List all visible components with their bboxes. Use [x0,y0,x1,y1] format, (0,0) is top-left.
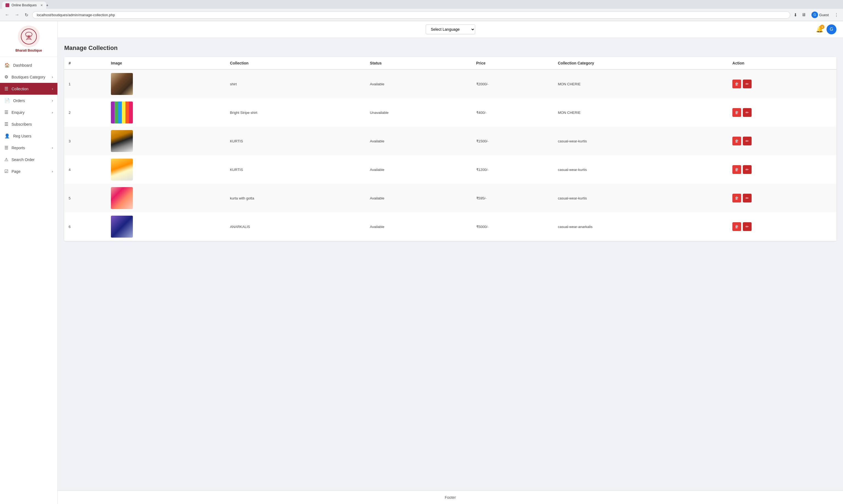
notification-badge: 0 [820,25,824,29]
user-avatar[interactable]: G [827,24,837,34]
delete-button[interactable]: 🗑 [732,222,741,231]
home-icon: 🏠 [4,62,10,68]
cell-price: ₹1200/- [472,155,554,184]
sidebar-item-label: Collection [12,87,28,91]
sidebar-item-reg-users[interactable]: 👤 Reg Users [0,130,57,142]
sidebar-item-label: Boutiques Category [12,75,45,79]
cast-icon[interactable]: 🖥 [801,11,807,18]
edit-button[interactable]: ✏ [743,194,752,202]
page-title: Manage Collection [64,44,837,52]
edit-button[interactable]: ✏ [743,108,752,117]
cell-collection: KURTIS [226,155,366,184]
product-image [111,130,133,152]
warning-icon: ⚠ [4,157,8,162]
cell-number: 6 [64,212,106,241]
sidebar-item-page[interactable]: ☑ Page › [0,165,57,177]
account-button[interactable]: G Guest [809,11,831,19]
cell-category: MON CHERIE [554,98,728,127]
cell-status: Available [366,127,472,155]
browser-actions: ⬇ 🖥 G Guest ⋮ [792,11,840,19]
account-avatar: G [811,12,818,18]
cell-image [106,98,226,127]
sidebar-item-reports[interactable]: ☰ Reports › [0,142,57,154]
col-price: Price [472,57,554,69]
sidebar-item-enquiry[interactable]: ☰ Enquiry › [0,106,57,118]
table-row: 1 shirt Available ₹2000/- MON CHERIE 🗑 ✏ [64,69,837,98]
collection-table: # Image Collection Status Price Collecti… [64,57,837,241]
sidebar-item-subscribers[interactable]: ☰ Subscribers [0,118,57,130]
table-header-row: # Image Collection Status Price Collecti… [64,57,837,69]
browser-address-bar: ← → ↻ localhost/boutiques/admin/manage-c… [0,9,843,21]
cell-action: 🗑 ✏ [728,98,837,127]
col-image: Image [106,57,226,69]
collection-table-container: # Image Collection Status Price Collecti… [64,57,837,241]
cell-action: 🗑 ✏ [728,69,837,98]
content-area: Manage Collection # Image Collection Sta… [58,38,843,490]
chevron-right-icon: › [52,146,53,150]
product-image [111,73,133,95]
edit-button[interactable]: ✏ [743,222,752,231]
sidebar-item-label: Subscribers [12,122,32,126]
cell-price: ₹1500/- [472,127,554,155]
user-icon: 👤 [4,133,10,139]
sidebar-logo: Bharati Boutique [0,21,57,57]
menu-icon[interactable]: ⋮ [833,11,840,19]
sidebar-navigation: 🏠 Dashboard ⚙ Boutiques Category › ☰ Col… [0,57,57,504]
edit-button[interactable]: ✏ [743,165,752,174]
delete-button[interactable]: 🗑 [732,194,741,202]
download-icon[interactable]: ⬇ [792,11,798,19]
chevron-right-icon: › [52,169,53,174]
product-image [111,216,133,238]
table-row: 5 kurta with gotta Available ₹595/- casu… [64,184,837,212]
cell-collection: KURTIS [226,127,366,155]
cell-category: casual-wear-kurtis [554,184,728,212]
logo-text: Bharati Boutique [15,49,42,52]
sidebar-item-label: Orders [13,98,25,103]
delete-button[interactable]: 🗑 [732,79,741,88]
sidebar-item-label: Search Order [12,158,35,162]
cell-action: 🗑 ✏ [728,184,837,212]
browser-tab-bar: Online Boutiques ✕ + [0,0,843,9]
tab-close-button[interactable]: ✕ [40,4,43,7]
chevron-right-icon: › [52,111,53,114]
browser-tab-active[interactable]: Online Boutiques ✕ [2,2,46,9]
forward-button[interactable]: → [13,11,21,18]
subscribers-icon: ☰ [4,122,8,127]
col-number: # [64,57,106,69]
app-layout: Bharati Boutique 🏠 Dashboard ⚙ Boutiques… [0,21,843,504]
table-row: 4 KURTIS Available ₹1200/- casual-wear-k… [64,155,837,184]
delete-button[interactable]: 🗑 [732,108,741,117]
back-button[interactable]: ← [3,11,11,18]
header-right: 🔔 0 G [816,24,837,34]
sidebar-item-dashboard[interactable]: 🏠 Dashboard [0,59,57,71]
sidebar-item-boutiques-category[interactable]: ⚙ Boutiques Category › [0,71,57,83]
sidebar-item-orders[interactable]: 📄 Orders › [0,95,57,106]
delete-button[interactable]: 🗑 [732,137,741,145]
footer-label: Footer [445,495,456,500]
orders-icon: 📄 [4,98,10,103]
sidebar-item-label: Dashboard [13,63,32,68]
edit-button[interactable]: ✏ [743,79,752,88]
url-bar[interactable]: localhost/boutiques/admin/manage-collect… [32,11,790,19]
product-image [111,159,133,181]
sidebar-item-search-order[interactable]: ⚠ Search Order [0,154,57,165]
action-buttons: 🗑 ✏ [732,194,832,202]
language-select[interactable]: Select Language English Hindi Marathi [426,24,475,34]
cell-number: 4 [64,155,106,184]
cell-category: casual-wear-kurtis [554,155,728,184]
enquiry-icon: ☰ [4,110,8,115]
sidebar: Bharati Boutique 🏠 Dashboard ⚙ Boutiques… [0,21,58,504]
refresh-button[interactable]: ↻ [23,11,30,19]
top-header: Select Language English Hindi Marathi 🔔 … [58,21,843,38]
cell-collection: kurta with gotta [226,184,366,212]
new-tab-button[interactable]: + [46,3,48,7]
page-footer: Footer [58,490,843,504]
notification-bell[interactable]: 🔔 0 [816,26,823,33]
cell-number: 3 [64,127,106,155]
cell-action: 🗑 ✏ [728,127,837,155]
cell-category: casual-wear-anarkalis [554,212,728,241]
delete-button[interactable]: 🗑 [732,165,741,174]
edit-button[interactable]: ✏ [743,137,752,145]
browser-chrome: Online Boutiques ✕ + ← → ↻ localhost/bou… [0,0,843,21]
sidebar-item-collection[interactable]: ☰ Collection › [0,83,57,95]
